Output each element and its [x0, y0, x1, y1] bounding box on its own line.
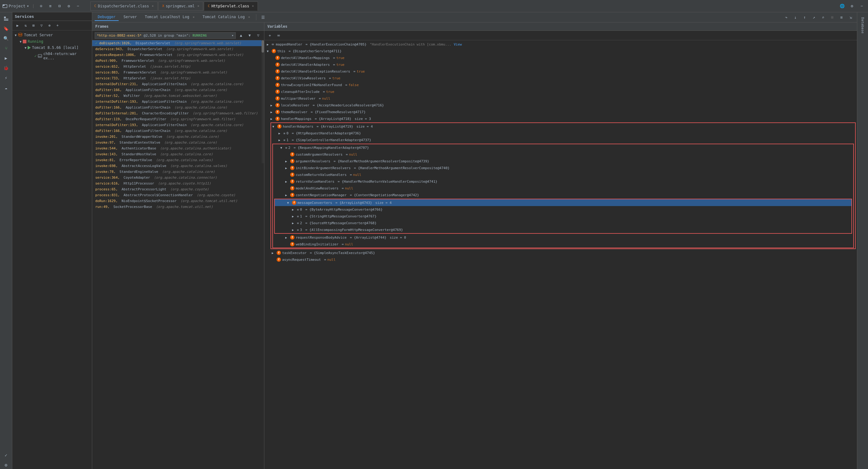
frame-item[interactable]: doFilter:119, OncePerRequestFilter (org.…: [92, 116, 264, 122]
services-tb-add[interactable]: +: [54, 22, 61, 29]
sidebar-icon-vcs[interactable]: ⑂: [2, 44, 10, 52]
var-item[interactable]: ▶ f localeResolver = {AcceptHeaderLocale…: [264, 102, 857, 109]
var-item[interactable]: f throwExceptionIfNoHandlerFound = false: [264, 82, 857, 88]
stop-btn[interactable]: [23, 40, 26, 43]
frame-item[interactable]: doFilter:166, ApplicationFilterChain (or…: [92, 87, 264, 93]
restore-icon[interactable]: ⇲: [847, 13, 855, 21]
frame-item[interactable]: invoke:143, StandardHostValve (org.apach…: [92, 151, 264, 157]
sidebar-icon-settings[interactable]: ⚙: [2, 461, 10, 469]
var-item-handler-adapters[interactable]: ▼ f handlerAdapters = {ArrayList@4719} s…: [271, 123, 855, 130]
step-out-icon[interactable]: ↑: [801, 13, 808, 21]
frame-item[interactable]: doPost:909, FrameworkServlet (org.spring…: [92, 58, 264, 64]
var-item[interactable]: f customReturnValueHandlers = null: [273, 171, 853, 178]
sidebar-icon-todo[interactable]: ✓: [2, 451, 10, 459]
var-item[interactable]: f detectAllHandlerMappings = true: [264, 54, 857, 61]
frame-item[interactable]: doFilter:52, WsFilter (org.apache.tomcat…: [92, 93, 264, 99]
project-menu[interactable]: Project ▾: [2, 4, 29, 9]
frame-item[interactable]: invoke:97, StandardContextValve (org.apa…: [92, 140, 264, 145]
settings-icon[interactable]: ≡: [838, 13, 845, 21]
frame-item[interactable]: doFilter:166, ApplicationFilterChain (or…: [92, 105, 264, 110]
services-tb-sort[interactable]: ⇅: [22, 22, 29, 29]
var-item[interactable]: ▶ f handlerMappings = {ArrayList@4718} s…: [264, 115, 857, 122]
sidebar-icon-profiler[interactable]: ⚡: [2, 74, 10, 82]
frames-icon[interactable]: ⊞: [829, 13, 836, 21]
var-item[interactable]: ▶ f requestResponseBodyAdvice = {ArrayLi…: [273, 234, 853, 241]
var-item[interactable]: f webBindingInitializer = null: [273, 241, 853, 247]
services-tb-filter[interactable]: ▽: [38, 22, 45, 29]
frame-item[interactable]: ✓ doDispatch:1026, DispatcherServlet (or…: [92, 40, 264, 46]
frame-item[interactable]: run:49, SocketProcessorBase (org.apache.…: [92, 204, 264, 210]
view-link[interactable]: View: [454, 42, 462, 47]
frames-scrollbar-thumb[interactable]: [261, 40, 264, 53]
var-item[interactable]: ▼ f this = {DispatcherServlet@4711}: [264, 48, 857, 54]
add-watch-icon[interactable]: +: [266, 32, 274, 39]
recent-files-icon[interactable]: ⊟: [56, 2, 63, 10]
evaluate-icon[interactable]: ⌕: [819, 13, 827, 21]
frame-item[interactable]: invoke:81, ErrorReportValve (org.apache.…: [92, 157, 264, 163]
tab-close-icon[interactable]: ×: [152, 4, 154, 8]
tab-tomcat-localhost-log[interactable]: Tomcat Localhost Log ×: [142, 13, 198, 21]
frame-item[interactable]: process:831, AbstractProtocol$Connection…: [92, 192, 264, 198]
services-tb-search[interactable]: ⊕: [46, 22, 53, 29]
catalina-tab-close[interactable]: ×: [248, 16, 250, 19]
globe-icon[interactable]: 🌐: [838, 2, 846, 10]
minimize-icon[interactable]: −: [858, 2, 866, 10]
frame-item[interactable]: process:65, AbstractProcessorLight (org.…: [92, 186, 264, 192]
frame-item[interactable]: doFilter:166, ApplicationFilterChain (or…: [92, 128, 264, 134]
frame-item[interactable]: service:364, CoyoteAdapter (org.apache.c…: [92, 175, 264, 180]
frame-item[interactable]: invoke:78, StandardEngineValve (org.apac…: [92, 169, 264, 175]
log-tab-close[interactable]: ×: [193, 16, 194, 19]
frame-up-btn[interactable]: ▲: [238, 32, 244, 39]
frame-item[interactable]: service:733, HttpServlet (javax.servlet.…: [92, 75, 264, 81]
var-item[interactable]: f multipartResolver = null: [264, 95, 857, 102]
var-item-rma[interactable]: ▼ ≡ 2 = {RequestMappingHandlerAdapter@47…: [273, 144, 853, 151]
tab-tomcat-catalina-log[interactable]: Tomcat Catalina Log ×: [199, 13, 253, 21]
minus-icon[interactable]: −: [74, 2, 82, 10]
tab-server[interactable]: Server: [121, 13, 140, 21]
frame-item[interactable]: internalDoFilter:193, ApplicationFilterC…: [92, 99, 264, 105]
step-over-icon[interactable]: ↷: [782, 13, 790, 21]
sidebar-icon-bookmarks[interactable]: 🔖: [2, 25, 10, 33]
sidebar-icon-project[interactable]: [2, 15, 10, 23]
tab-close-icon[interactable]: ×: [197, 4, 199, 8]
run-to-cursor-icon[interactable]: ↗: [810, 13, 817, 21]
fwd-nav-icon[interactable]: ≡: [47, 2, 54, 10]
filter-btn[interactable]: ▽: [255, 32, 261, 39]
frame-item[interactable]: invoke:201, StandardWrapperValve (org.ap…: [92, 134, 264, 140]
var-item[interactable]: ▶ ≡ 0 = {HttpRequestHandlerAdapter@4736}: [271, 130, 855, 137]
var-item[interactable]: ▶ f themeResolver = {FixedThemeResolver@…: [264, 109, 857, 115]
var-item[interactable]: ▶ f returnValueHandlers = {HandlerMethod…: [273, 178, 853, 185]
frame-item[interactable]: processRequest:1006, FrameworkServlet (o…: [92, 52, 264, 58]
tree-item-tomcat-server[interactable]: ▼ Tomcat Server: [12, 32, 92, 38]
var-item[interactable]: ▶ ≡ 1 = {StringHttpMessageConverter@4767…: [275, 213, 851, 219]
frame-item[interactable]: doFilterInternal:201, CharacterEncodingF…: [92, 110, 264, 116]
sidebar-icon-find[interactable]: 🔍: [2, 34, 10, 42]
var-item[interactable]: f customArgumentResolvers = null: [273, 151, 853, 158]
var-item[interactable]: f detectAllHandlerAdapters = true: [264, 61, 857, 68]
oo-icon[interactable]: ∞: [275, 32, 282, 39]
var-item[interactable]: ▶ f argumentResolvers = {HandlerMethodAr…: [273, 158, 853, 165]
frame-item[interactable]: internalDoFilter:193, ApplicationFilterC…: [92, 122, 264, 128]
database-tab[interactable]: Database: [860, 15, 866, 36]
settings-icon2[interactable]: ⚙: [848, 2, 856, 10]
sidebar-icon-run[interactable]: ▶: [2, 54, 10, 62]
var-item[interactable]: f asyncRequestTimeout = null: [264, 256, 857, 263]
restore-layout-icon[interactable]: ☰: [259, 13, 267, 21]
services-tb-run[interactable]: ▶: [14, 22, 21, 29]
frames-scrollbar-track[interactable]: [261, 40, 264, 163]
tab-close-icon[interactable]: ×: [252, 4, 254, 8]
tab-springmvc[interactable]: X springmvc.xml ×: [158, 2, 204, 11]
var-item[interactable]: ▶ ≡ 3 = {AllEncompassingFormHttpMessageC…: [275, 226, 851, 233]
frame-item[interactable]: invoke:698, AbstractAccessLogValve (org.…: [92, 163, 264, 169]
tab-httpservlet[interactable]: C HttpServlet.class ×: [204, 2, 257, 11]
back-nav-icon[interactable]: ⊙: [37, 2, 45, 10]
tab-debugger[interactable]: Debugger: [95, 13, 119, 21]
frame-item[interactable]: internalDoFilter:231, ApplicationFilterC…: [92, 81, 264, 87]
tab-dispatcher-servlet[interactable]: C DispatcherServlet.class ×: [90, 2, 158, 11]
frame-item[interactable]: invoke:544, AuthenticatorBase (org.apach…: [92, 145, 264, 151]
sidebar-icon-debug[interactable]: 🐞: [2, 64, 10, 72]
var-item[interactable]: f detectAllViewResolvers = true: [264, 75, 857, 82]
var-item[interactable]: f modelAndViewResolvers = null: [273, 185, 853, 192]
var-item[interactable]: ▶ f taskExecutor = {SimpleAsyncTaskExecu…: [264, 250, 857, 256]
frame-down-btn[interactable]: ▼: [246, 32, 253, 39]
